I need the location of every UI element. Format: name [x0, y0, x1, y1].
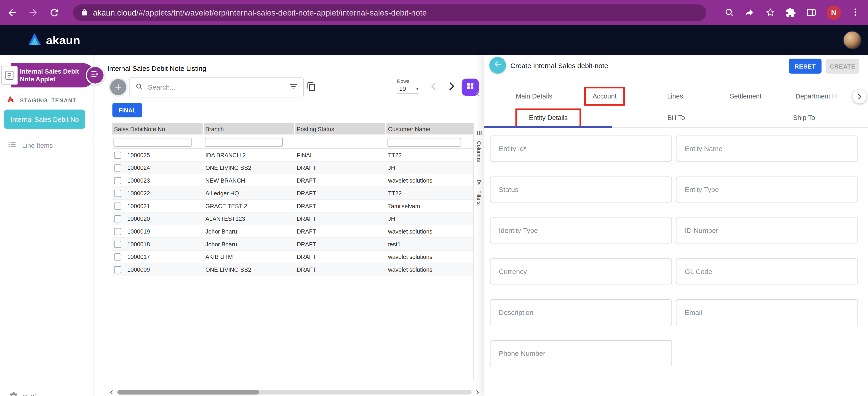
filter-input-customer-name[interactable] [388, 138, 461, 146]
form-field[interactable] [490, 135, 672, 162]
subtab-bill-to[interactable]: Bill To [612, 108, 740, 127]
row-checkbox[interactable] [114, 177, 121, 184]
sidebar-collapse-button[interactable] [86, 66, 104, 85]
tab-main-details[interactable]: Main Details [499, 92, 569, 100]
form-field-input[interactable] [676, 186, 858, 193]
tabs-scroll-left-icon[interactable] [474, 90, 482, 100]
form-field-input[interactable] [491, 350, 672, 357]
table-row[interactable]: 1000021 GRACE TEST 2 DRAFT Tamilselvam [113, 200, 473, 212]
tab-department-handling[interactable]: Department H [781, 92, 851, 100]
tab-lines[interactable]: Lines [640, 92, 711, 100]
row-checkbox[interactable] [114, 266, 121, 273]
table-row[interactable]: 1000025 IDA BRANCH 2 FINAL TT22 [113, 149, 473, 162]
bookmark-star-icon[interactable] [765, 7, 776, 18]
form-field-input[interactable] [676, 145, 858, 153]
side-panel-icon[interactable] [806, 7, 817, 18]
col-branch[interactable]: Branch [204, 123, 295, 135]
row-checkbox[interactable] [114, 202, 121, 209]
tab-account[interactable]: Account [569, 92, 640, 100]
previous-page-icon[interactable] [429, 81, 439, 94]
filter-list-icon[interactable] [289, 82, 298, 93]
row-checkbox[interactable] [114, 240, 121, 248]
sidebar-item-settings[interactable]: Setti [9, 391, 36, 396]
form-field[interactable] [676, 135, 858, 162]
create-button[interactable]: CREATE [826, 59, 859, 74]
form-field[interactable] [490, 258, 672, 285]
table-row[interactable]: 1000017 AKIB UTM DRAFT wavelet solutions [113, 251, 473, 263]
table-row[interactable]: 1000024 ONE LIVING SS2 DRAFT JH [113, 162, 473, 174]
form-field-input[interactable] [491, 186, 672, 193]
row-checkbox[interactable] [114, 228, 121, 235]
copy-pages-icon[interactable] [307, 82, 316, 94]
form-field-input[interactable] [491, 268, 672, 275]
form-field[interactable] [676, 299, 858, 325]
form-field-input[interactable] [491, 308, 672, 316]
back-button[interactable] [490, 57, 506, 74]
final-status-filter-button[interactable]: FINAL [113, 103, 143, 117]
sidebar-item-tenant[interactable]: STAGING_TENANT [6, 95, 76, 106]
scroll-left-icon[interactable] [109, 387, 115, 396]
add-record-button[interactable]: + [110, 79, 126, 95]
subtab-entity-details[interactable]: Entity Details [485, 108, 612, 127]
form-field[interactable] [676, 176, 858, 202]
refresh-icon[interactable] [49, 7, 60, 18]
form-field-input[interactable] [676, 268, 858, 275]
zoom-icon[interactable] [724, 7, 735, 18]
form-field[interactable] [490, 340, 672, 366]
form-field[interactable] [676, 258, 858, 285]
row-checkbox[interactable] [114, 151, 121, 158]
forward-icon[interactable] [28, 7, 39, 18]
cell-customer-name: TT22 [386, 190, 473, 197]
rows-per-page-select[interactable]: 10 ▾ [397, 84, 419, 94]
columns-panel-toggle[interactable]: Columns [476, 128, 482, 162]
row-checkbox[interactable] [114, 164, 121, 171]
table-row[interactable]: 1000023 NEW BRANCH DRAFT wavelet solutio… [113, 174, 473, 187]
table-row[interactable]: 1000009 ONE LIVING SS2 DRAFT wavelet sol… [113, 263, 473, 276]
next-page-icon[interactable] [445, 81, 457, 94]
scrollbar-thumb[interactable] [117, 390, 259, 394]
form-field[interactable] [490, 299, 672, 325]
cell-sales-debitnote-no: 1000019 [127, 228, 150, 235]
row-checkbox[interactable] [114, 253, 121, 260]
form-field-input[interactable] [491, 227, 672, 234]
scrollbar-track[interactable] [117, 390, 472, 394]
reset-button[interactable]: RESET [789, 59, 822, 74]
col-posting-status[interactable]: Posting Status [295, 123, 386, 135]
col-customer-name[interactable]: Customer Name [386, 123, 473, 135]
scroll-right-icon[interactable] [474, 387, 480, 396]
form-field[interactable] [490, 176, 672, 202]
form-field-input[interactable] [676, 227, 858, 234]
form-field[interactable] [490, 218, 672, 243]
cell-customer-name: wavelet solutions [386, 228, 473, 235]
table-row[interactable]: 1000018 Johor Bharu DRAFT test1 [113, 238, 473, 251]
sidebar-item-internal-sales-debit-note[interactable]: Internal Sales Debit No [4, 109, 85, 129]
filter-input-sales-debitnote-no[interactable] [114, 138, 191, 146]
filters-panel-toggle[interactable]: Filters [476, 177, 482, 204]
table-row[interactable]: 1000022 AiLedger HQ DRAFT TT22 [113, 187, 473, 200]
browser-profile-avatar[interactable]: N [827, 5, 841, 20]
row-checkbox[interactable] [114, 215, 121, 222]
menu-dots-icon[interactable] [850, 7, 861, 18]
extensions-puzzle-icon[interactable] [785, 7, 797, 18]
table-row[interactable]: 1000019 Johor Bharu DRAFT wavelet soluti… [113, 225, 473, 238]
search-input[interactable] [148, 84, 285, 91]
subtab-ship-to[interactable]: Ship To [740, 108, 868, 127]
col-sales-debitnote-no[interactable]: Sales DebitNote No [113, 123, 204, 135]
sidebar-item-line-items[interactable]: Line Items [8, 140, 53, 151]
form-field-input[interactable] [491, 145, 672, 153]
form-field-input[interactable] [676, 308, 858, 316]
table-row[interactable]: 1000020 ALANTEST123 DRAFT JH [113, 212, 473, 225]
sidebar-item-applet[interactable]: Internal Sales Debit Note Applet [0, 62, 102, 89]
user-avatar[interactable] [843, 31, 861, 50]
address-bar[interactable]: akaun.cloud/#/applets/tnt/wavelet/erp/in… [73, 4, 706, 21]
akaun-logo[interactable]: akaun [28, 32, 81, 48]
form-field[interactable] [676, 218, 858, 243]
tabs-scroll-right-button[interactable] [852, 90, 866, 103]
filter-input-branch[interactable] [205, 138, 283, 146]
cell-posting-status: DRAFT [295, 215, 386, 222]
share-icon[interactable] [745, 7, 755, 18]
tab-settlement[interactable]: Settlement [710, 92, 781, 100]
cell-posting-status: DRAFT [295, 266, 386, 273]
back-icon[interactable] [7, 7, 18, 18]
row-checkbox[interactable] [114, 190, 121, 197]
